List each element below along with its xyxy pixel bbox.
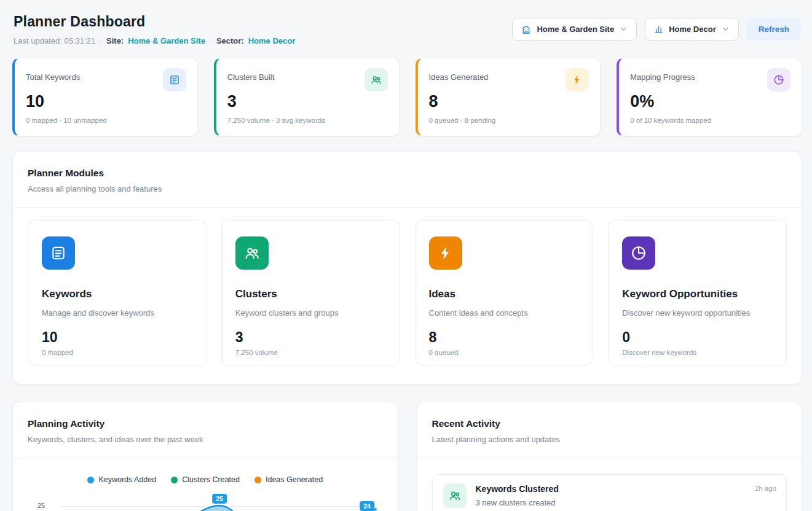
stat-detail: 0 of 10 keywords mapped (630, 117, 790, 124)
meta-separator: · (210, 37, 212, 45)
planner-modules-card: Planner Modules Access all planning tool… (12, 151, 802, 384)
module-title: Ideas (429, 288, 580, 300)
legend-dot-blue (87, 477, 94, 483)
topbar: Planner Dashboard Last updated: 05:31:21… (12, 0, 802, 52)
recent-activity-card: Recent Activity Latest planning actions … (417, 402, 803, 511)
section-subtitle: Keywords, clusters, and ideas over the p… (28, 435, 383, 444)
topbar-left: Planner Dashboard Last updated: 05:31:21… (14, 14, 295, 45)
planning-activity-chart: 25 25 24 (28, 494, 383, 511)
stat-card-clusters-built: Clusters Built 3 7,250 volume · 3 avg ke… (214, 58, 400, 136)
stat-cards-row: Total Keywords 10 0 mapped · 10 unmapped… (12, 58, 802, 136)
section-title: Planner Modules (28, 168, 787, 179)
section-subtitle: Latest planning actions and updates (432, 435, 787, 444)
stat-card-top: Total Keywords (26, 68, 186, 92)
users-icon (235, 236, 269, 270)
y-axis-tick: 25 (37, 502, 45, 509)
module-value: 8 (429, 329, 580, 346)
module-description: Content ideas and concepts (429, 308, 580, 318)
module-value: 3 (235, 329, 386, 346)
site-selector-value: Home & Garden Site (537, 25, 614, 34)
section-title: Planning Activity (28, 418, 383, 429)
module-title: Keywords (42, 288, 192, 300)
pie-chart-icon (622, 236, 655, 270)
legend-item-keywords-added: Keywords Added (87, 475, 156, 484)
stat-card-top: Clusters Built (227, 68, 388, 92)
activity-item-body: Keywords Clustered 3 new clusters create… (476, 483, 559, 507)
module-detail: Discover new keywords (622, 349, 773, 356)
bar-chart-icon (654, 25, 663, 34)
section-title: Recent Activity (432, 418, 787, 429)
site-link[interactable]: Home & Garden Site (128, 36, 205, 45)
planning-activity-header: Planning Activity Keywords, clusters, an… (13, 402, 398, 458)
stat-value: 3 (227, 92, 388, 111)
activity-title: Keywords Clustered (476, 484, 559, 494)
recent-activity-header: Recent Activity Latest planning actions … (417, 402, 802, 458)
chart-legend: Keywords Added Clusters Created Ideas Ge… (13, 475, 398, 484)
stat-label: Clusters Built (227, 72, 275, 82)
module-description: Manage and discover keywords (42, 308, 192, 318)
module-detail: 0 queued (429, 349, 580, 356)
sector-selector-dropdown[interactable]: Home Decor (645, 18, 739, 41)
activity-list: Keywords Clustered 3 new clusters create… (417, 458, 802, 511)
data-point-label: 24 (360, 501, 374, 511)
sector-selector-value: Home Decor (669, 25, 716, 34)
stat-detail: 0 queued · 8 pending (429, 117, 589, 124)
page-title: Planner Dashboard (14, 14, 295, 30)
module-card-ideas[interactable]: Ideas Content ideas and concepts 8 0 que… (415, 220, 594, 365)
divider (13, 458, 398, 458)
module-value: 10 (42, 329, 192, 346)
module-detail: 7,250 volume (235, 349, 386, 356)
legend-label: Ideas Generated (266, 475, 323, 484)
sector-link[interactable]: Home Decor (248, 36, 296, 45)
legend-label: Clusters Created (182, 475, 240, 484)
document-icon (42, 236, 75, 270)
chevron-down-icon (620, 25, 628, 33)
legend-item-clusters-created: Clusters Created (171, 475, 240, 484)
legend-label: Keywords Added (98, 475, 156, 484)
module-card-clusters[interactable]: Clusters Keyword clusters and groups 3 7… (221, 220, 400, 365)
stat-detail: 0 mapped · 10 unmapped (26, 117, 186, 124)
planner-modules-header: Planner Modules Access all planning tool… (13, 152, 802, 207)
module-value: 0 (622, 329, 773, 346)
module-detail: 0 mapped (42, 349, 192, 356)
module-description: Keyword clusters and groups (235, 308, 386, 318)
building-icon (521, 25, 531, 34)
refresh-button[interactable]: Refresh (747, 18, 801, 41)
module-title: Keyword Opportunities (622, 288, 773, 300)
section-subtitle: Access all planning tools and features (28, 184, 787, 193)
lightning-icon (429, 236, 462, 270)
stat-value: 10 (26, 92, 186, 111)
topbar-actions: Home & Garden Site Home Decor Refresh (512, 18, 801, 41)
planning-activity-card: Planning Activity Keywords, clusters, an… (12, 402, 398, 511)
module-title: Clusters (235, 288, 386, 300)
stat-card-ideas-generated: Ideas Generated 8 0 queued · 8 pending (416, 58, 601, 136)
activity-timestamp: 2h ago (755, 485, 776, 492)
module-card-keywords[interactable]: Keywords Manage and discover keywords 10… (28, 220, 207, 365)
pie-chart-icon (767, 68, 790, 92)
stat-card-top: Ideas Generated (429, 68, 589, 92)
legend-dot-green (171, 477, 178, 483)
stat-label: Total Keywords (26, 72, 80, 82)
stat-label: Mapping Progress (630, 72, 695, 82)
chevron-down-icon (722, 25, 730, 33)
stat-card-top: Mapping Progress (630, 68, 790, 92)
site-selector-dropdown[interactable]: Home & Garden Site (512, 18, 637, 41)
legend-item-ideas-generated: Ideas Generated (254, 475, 323, 484)
stat-detail: 7,250 volume · 3 avg keywords (227, 117, 388, 124)
module-description: Discover new keyword opportunities (622, 308, 773, 318)
activity-description: 3 new clusters created (476, 498, 559, 507)
meta-separator: · (100, 37, 102, 45)
users-icon (365, 68, 388, 92)
users-icon (443, 483, 467, 508)
stat-card-mapping-progress: Mapping Progress 0% 0 of 10 keywords map… (617, 58, 802, 136)
modules-grid: Keywords Manage and discover keywords 10… (13, 208, 802, 384)
header-meta: Last updated: 05:31:21 · Site: Home & Ga… (14, 36, 295, 45)
last-updated-text: Last updated: 05:31:21 (14, 36, 95, 45)
stat-label: Ideas Generated (429, 72, 489, 82)
activity-item-keywords-clustered: Keywords Clustered 3 new clusters create… (432, 474, 787, 511)
module-card-keyword-opportunities[interactable]: Keyword Opportunities Discover new keywo… (608, 220, 787, 365)
document-icon (163, 68, 186, 92)
stat-value: 0% (630, 92, 790, 111)
lightning-icon (566, 68, 589, 92)
stat-value: 8 (429, 92, 589, 111)
